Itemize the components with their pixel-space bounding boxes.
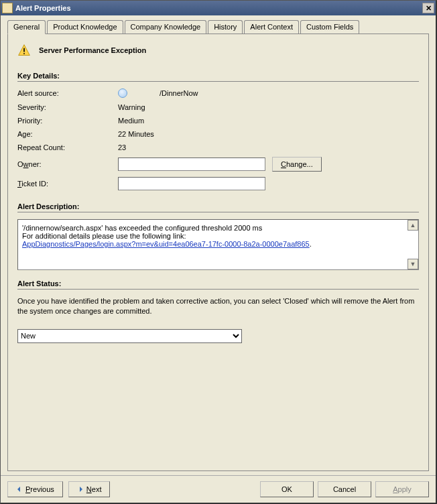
warning-icon: [17, 44, 31, 57]
value-age: 22 Minutes: [118, 130, 154, 138]
arrow-left-icon: [16, 486, 23, 493]
scroll-up-icon[interactable]: ▲: [408, 220, 418, 231]
tab-product-knowledge[interactable]: Product Knowledge: [47, 20, 123, 34]
alert-status-heading: Alert Status:: [17, 279, 419, 290]
description-line-1: '/dinnernow/search.aspx' has exceeded th…: [22, 224, 414, 232]
row-repeat-count: Repeat Count: 23: [17, 143, 419, 151]
description-link-row: AppDiagnostics/Pages/login.aspx?m=ev&uid…: [22, 240, 414, 248]
alert-header: Server Performance Exception: [17, 44, 419, 57]
tab-general[interactable]: General: [7, 20, 46, 34]
row-owner: Owner: Change...: [17, 157, 419, 172]
svg-marker-3: [17, 487, 20, 492]
alert-properties-window: Alert Properties ✕ General Product Knowl…: [0, 0, 437, 504]
tab-panel-general: Server Performance Exception Key Details…: [7, 34, 429, 471]
label-repeat-count: Repeat Count:: [17, 143, 118, 151]
label-alert-source: Alert source:: [17, 89, 118, 97]
description-link-suffix: .: [310, 240, 312, 248]
ok-button[interactable]: OK: [260, 481, 314, 497]
previous-button[interactable]: Previous: [7, 481, 63, 497]
row-ticket-id: Ticket ID:: [17, 177, 419, 190]
value-alert-source: /DinnerNow: [160, 89, 198, 97]
tab-bar: General Product Knowledge Company Knowle…: [1, 15, 436, 34]
label-priority: Priority:: [17, 117, 118, 125]
key-details-heading: Key Details:: [17, 72, 419, 82]
row-severity: Severity: Warning: [17, 103, 419, 111]
cancel-button[interactable]: Cancel: [318, 481, 371, 497]
close-icon[interactable]: ✕: [422, 3, 434, 13]
alert-description-heading: Alert Description:: [17, 202, 419, 212]
alert-status-text: Once you have identified the problem and…: [17, 296, 419, 317]
tab-history[interactable]: History: [208, 20, 243, 34]
row-age: Age: 22 Minutes: [17, 130, 419, 138]
svg-rect-2: [23, 53, 25, 54]
label-severity: Severity:: [17, 103, 118, 111]
row-priority: Priority: Medium: [17, 117, 419, 125]
window-icon: [2, 3, 13, 13]
description-line-2: For additional details please use the fo…: [22, 232, 414, 240]
svg-marker-4: [80, 487, 82, 492]
label-age: Age:: [17, 130, 118, 138]
tab-custom-fields[interactable]: Custom Fields: [300, 20, 359, 34]
arrow-right-icon: [77, 486, 84, 493]
svg-rect-1: [23, 48, 25, 52]
alert-description-box: '/dinnernow/search.aspx' has exceeded th…: [17, 219, 419, 270]
tab-company-knowledge[interactable]: Company Knowledge: [125, 20, 207, 34]
alert-status-select[interactable]: New: [17, 329, 242, 343]
label-owner: Owner:: [17, 160, 118, 168]
apply-button[interactable]: Apply: [375, 481, 429, 497]
globe-icon: [118, 88, 127, 98]
alert-title: Server Performance Exception: [39, 46, 146, 54]
change-owner-button[interactable]: Change...: [272, 157, 322, 172]
scroll-down-icon[interactable]: ▼: [408, 259, 418, 269]
value-repeat-count: 23: [118, 143, 126, 151]
label-ticket-id: Ticket ID:: [17, 180, 118, 188]
value-severity: Warning: [118, 103, 145, 111]
dialog-footer: Previous Next OK Cancel Apply: [1, 475, 436, 503]
ticket-id-input[interactable]: [118, 177, 265, 190]
window-title: Alert Properties: [15, 4, 422, 12]
tab-alert-context[interactable]: Alert Context: [244, 20, 299, 34]
next-button[interactable]: Next: [68, 481, 111, 497]
description-link[interactable]: AppDiagnostics/Pages/login.aspx?m=ev&uid…: [22, 240, 310, 248]
value-priority: Medium: [118, 117, 144, 125]
titlebar: Alert Properties ✕: [1, 1, 436, 15]
owner-input[interactable]: [118, 158, 265, 171]
row-alert-source: Alert source: /DinnerNow: [17, 88, 419, 98]
